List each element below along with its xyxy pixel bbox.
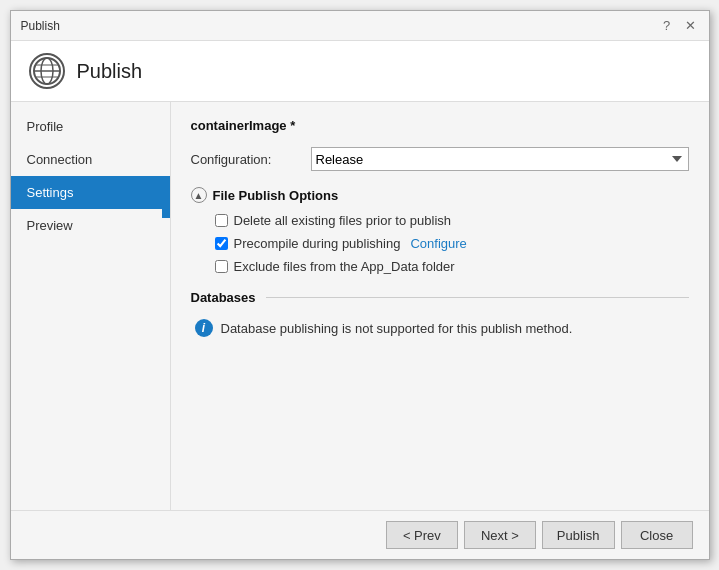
databases-divider (266, 297, 689, 298)
configuration-select[interactable]: Release Debug (311, 147, 689, 171)
sidebar-item-preview[interactable]: Preview (11, 209, 170, 242)
checkbox-exclude-app-data[interactable] (215, 260, 228, 273)
databases-title: Databases (191, 290, 256, 305)
configuration-label: Configuration: (191, 152, 301, 167)
accordion-title: File Publish Options (213, 188, 339, 203)
section-title: containerImage * (191, 118, 689, 133)
file-publish-options-accordion[interactable]: ▲ File Publish Options (191, 187, 689, 203)
title-bar-left: Publish (21, 19, 60, 33)
checkbox-row-exclude: Exclude files from the App_Data folder (191, 259, 689, 274)
globe-icon (29, 53, 65, 89)
databases-section: Databases i Database publishing is not s… (191, 290, 689, 337)
sidebar-item-profile[interactable]: Profile (11, 110, 170, 143)
publish-button[interactable]: Publish (542, 521, 615, 549)
databases-info-row: i Database publishing is not supported f… (191, 319, 689, 337)
checkbox-delete-existing[interactable] (215, 214, 228, 227)
main-content: containerImage * Configuration: Release … (171, 102, 709, 510)
close-window-button[interactable]: ✕ (683, 18, 699, 33)
accordion-chevron: ▲ (194, 190, 204, 201)
configuration-row: Configuration: Release Debug (191, 147, 689, 171)
databases-header: Databases (191, 290, 689, 305)
sidebar: Profile Connection Settings Preview (11, 102, 171, 510)
header-title: Publish (77, 60, 143, 83)
checkbox-precompile[interactable] (215, 237, 228, 250)
help-button[interactable]: ? (659, 18, 675, 33)
databases-info-text: Database publishing is not supported for… (221, 321, 573, 336)
info-icon: i (195, 319, 213, 337)
accordion-icon: ▲ (191, 187, 207, 203)
close-button[interactable]: Close (621, 521, 693, 549)
dialog-body: Profile Connection Settings Preview cont… (11, 102, 709, 510)
configure-link[interactable]: Configure (410, 236, 466, 251)
checkbox-delete-label: Delete all existing files prior to publi… (234, 213, 452, 228)
footer: < Prev Next > Publish Close (11, 510, 709, 559)
sidebar-item-settings[interactable]: Settings (11, 176, 170, 209)
next-button[interactable]: Next > (464, 521, 536, 549)
dialog-header: Publish (11, 41, 709, 102)
checkbox-row-precompile: Precompile during publishing Configure (191, 236, 689, 251)
dialog-window: Publish ? ✕ Publish Profile Connection S… (10, 10, 710, 560)
title-bar: Publish ? ✕ (11, 11, 709, 41)
title-bar-controls: ? ✕ (659, 18, 699, 33)
sidebar-item-connection[interactable]: Connection (11, 143, 170, 176)
checkbox-exclude-label: Exclude files from the App_Data folder (234, 259, 455, 274)
title-bar-title: Publish (21, 19, 60, 33)
prev-button[interactable]: < Prev (386, 521, 458, 549)
checkbox-row-delete: Delete all existing files prior to publi… (191, 213, 689, 228)
checkbox-precompile-label: Precompile during publishing (234, 236, 401, 251)
